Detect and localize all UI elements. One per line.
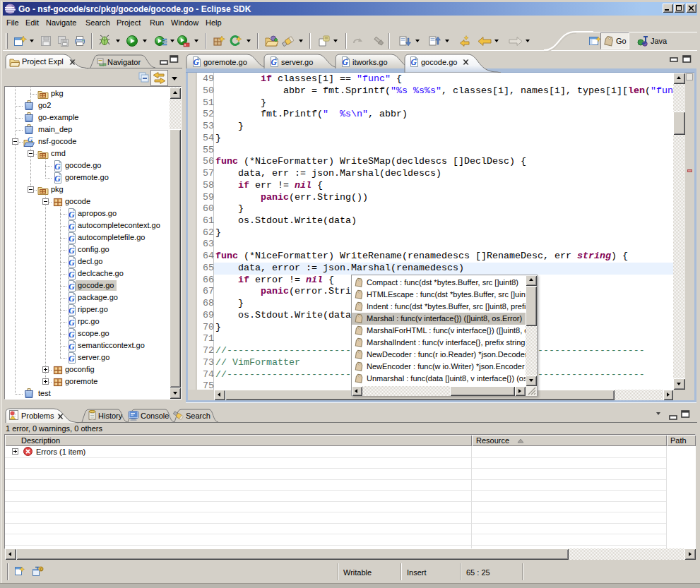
- svg-text:G: G: [411, 58, 417, 66]
- svg-text:G: G: [69, 317, 75, 327]
- svg-text:G: G: [69, 329, 75, 339]
- svg-text:G: G: [28, 136, 33, 143]
- svg-text:G: G: [343, 58, 349, 66]
- svg-text:G: G: [69, 353, 75, 363]
- svg-text:G: G: [69, 257, 75, 267]
- svg-text:G: G: [69, 233, 75, 243]
- svg-text:G: G: [69, 293, 75, 303]
- svg-text:G: G: [69, 269, 75, 279]
- svg-text:G: G: [69, 281, 75, 291]
- svg-text:G: G: [69, 305, 75, 315]
- svg-text:G: G: [69, 209, 75, 219]
- svg-text:G: G: [69, 221, 75, 231]
- svg-text:G: G: [194, 58, 200, 66]
- svg-text:0: 0: [40, 567, 43, 572]
- svg-text:G: G: [271, 58, 278, 66]
- svg-text:G: G: [69, 341, 75, 351]
- svg-text:G: G: [69, 245, 75, 255]
- svg-text:G: G: [54, 161, 61, 171]
- svg-text:G: G: [54, 173, 61, 183]
